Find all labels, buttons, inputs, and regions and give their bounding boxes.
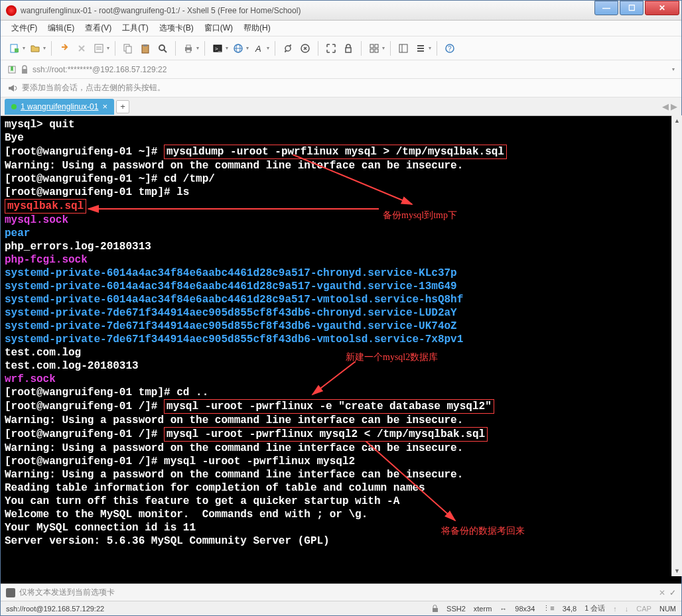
terminal-line: pear [5, 227, 677, 240]
compose-check-icon[interactable]: ✓ [669, 588, 676, 597]
titlebar[interactable]: wangruifenglinux-01 - root@wangruifeng-0… [1, 1, 681, 21]
minimize-button[interactable]: — [594, 1, 618, 15]
font-icon[interactable]: A [251, 41, 266, 56]
disconnect-icon[interactable] [74, 41, 89, 56]
terminal-line: Welcome to the MySQL monitor. Commands e… [5, 508, 677, 521]
address-dropdown-icon[interactable]: ▾ [672, 66, 675, 72]
transfer-icon[interactable] [298, 41, 312, 56]
menu-help[interactable]: 帮助(H) [238, 21, 276, 36]
terminal-line: mysql.sock [5, 214, 677, 227]
svg-line-10 [164, 50, 167, 52]
dropdown-icon[interactable]: ▾ [23, 45, 25, 51]
print-icon[interactable] [181, 41, 196, 56]
statusbar: ssh://root@192.168.57.129:22 SSH2 xterm … [1, 601, 681, 615]
reconnect-icon[interactable] [57, 41, 72, 56]
maximize-button[interactable]: ☐ [620, 1, 644, 15]
terminal-line: Reading table information for completion… [5, 481, 677, 495]
terminal-line: Bye [5, 131, 677, 145]
svg-text:A: A [255, 44, 261, 54]
terminal-line: [root@wangruifeng-01 /]# mysql -uroot -p… [5, 427, 677, 442]
terminal-line: [root@wangruifeng-01 ~]# cd /tmp/ [5, 172, 677, 186]
status-pos-icon: ⋮≡ [543, 604, 554, 613]
list-icon[interactable] [413, 41, 428, 56]
properties-icon[interactable] [92, 41, 106, 56]
terminal-line: Warning: Using a password on the command… [5, 468, 677, 481]
terminal-line: [root@wangruifeng-01 /]# mysql -uroot -p… [5, 399, 677, 414]
menu-tools[interactable]: 工具(T) [117, 21, 153, 36]
dropdown-icon[interactable]: ▾ [246, 45, 249, 51]
open-icon[interactable] [28, 41, 42, 56]
status-up-icon[interactable]: ↑ [613, 605, 617, 613]
terminal-line: test.com.log [5, 346, 677, 359]
scroll-down-icon[interactable]: ▼ [672, 566, 682, 576]
lock-toolbar-icon[interactable] [341, 41, 356, 56]
compose-hint: 仅将文本发送到当前选项卡 [19, 587, 115, 598]
terminal-line: Warning: Using a password on the command… [5, 442, 677, 455]
terminal-icon[interactable]: >_ [210, 41, 225, 56]
svg-rect-2 [95, 44, 103, 52]
svg-rect-22 [370, 44, 374, 48]
dropdown-icon[interactable]: ▾ [429, 45, 431, 51]
status-pos: 34,8 [563, 605, 577, 613]
dropdown-icon[interactable]: ▾ [43, 45, 46, 51]
copy-icon[interactable] [121, 41, 135, 56]
svg-rect-21 [346, 48, 351, 52]
add-tab-button[interactable]: + [116, 100, 129, 113]
svg-rect-23 [375, 44, 378, 48]
terminal-scrollbar[interactable]: ▲ ▼ [671, 115, 682, 576]
terminal-line: You can turn off this feature to get a q… [5, 495, 677, 508]
terminal-line: php_errors.log-20180313 [5, 240, 677, 253]
search-icon[interactable] [155, 41, 170, 56]
svg-rect-6 [126, 46, 131, 53]
addressbar: ssh://root:********@192.168.57.129:22 ▾ [1, 60, 681, 79]
terminal-line: php-fcgi.sock [5, 253, 677, 267]
svg-text:?: ? [448, 45, 452, 52]
status-cap: CAP [636, 605, 651, 613]
paste-icon[interactable] [138, 41, 153, 56]
menubar: 文件(F) 编辑(E) 查看(V) 工具(T) 选项卡(B) 窗口(W) 帮助(… [1, 21, 681, 36]
terminal-line: [root@wangruifeng-01 ~]# mysqldump -uroo… [5, 145, 677, 159]
svg-rect-39 [433, 608, 438, 612]
terminal-line: Warning: Using a password on the command… [5, 159, 677, 172]
compose-clear-icon[interactable]: ✕ [659, 588, 665, 597]
globe-icon[interactable] [231, 41, 245, 56]
address-text[interactable]: ssh://root:********@192.168.57.129:22 [33, 65, 670, 74]
status-size: 98x34 [515, 605, 535, 613]
dropdown-icon[interactable]: ▾ [226, 45, 228, 51]
menu-window[interactable]: 窗口(W) [199, 21, 238, 36]
tab-close-icon[interactable]: × [102, 101, 107, 111]
sync-icon[interactable] [281, 41, 295, 56]
svg-text:>_: >_ [215, 46, 222, 52]
tab-prev-icon[interactable]: ◀ [662, 101, 669, 111]
compose-input[interactable] [119, 587, 655, 599]
menu-edit[interactable]: 编辑(E) [42, 21, 80, 36]
session-tab[interactable]: 1 wangruifenglinux-01 × [5, 99, 114, 115]
new-session-icon[interactable] [7, 41, 22, 56]
terminal-line: Server version: 5.6.36 MySQL Community S… [5, 534, 677, 548]
menu-tabs[interactable]: 选项卡(B) [154, 21, 199, 36]
terminal[interactable]: mysql> quit Bye [root@wangruifeng-01 ~]#… [1, 116, 681, 584]
close-button[interactable]: ✕ [645, 1, 679, 15]
status-lock-icon [432, 605, 439, 613]
scroll-up-icon[interactable]: ▲ [672, 115, 682, 126]
tab-next-icon[interactable]: ▶ [671, 101, 677, 111]
layout-icon[interactable] [396, 41, 411, 56]
compose-icon[interactable] [6, 588, 15, 597]
terminal-line: test.com.log-20180313 [5, 359, 677, 373]
status-down-icon[interactable]: ↓ [625, 605, 629, 613]
dropdown-icon[interactable]: ▾ [196, 45, 199, 51]
bookmark-icon[interactable] [7, 65, 17, 74]
tabstrip: 1 wangruifenglinux-01 × + ◀ ▶ [1, 97, 681, 116]
menu-view[interactable]: 查看(V) [80, 21, 117, 36]
menu-file[interactable]: 文件(F) [6, 21, 42, 36]
lock-icon [21, 65, 29, 74]
toolbar: ▾ ▾ ▾ ▾ >_▾ ▾ A▾ ▾ ▾ ? [1, 36, 681, 60]
dropdown-icon[interactable]: ▾ [382, 45, 385, 51]
status-dot-icon [11, 104, 17, 109]
dropdown-icon[interactable]: ▾ [267, 45, 269, 51]
tile-icon[interactable] [367, 41, 381, 56]
fullscreen-icon[interactable] [324, 41, 338, 56]
terminal-line: [root@wangruifeng-01 tmp]# ls [5, 186, 677, 199]
dropdown-icon[interactable]: ▾ [107, 45, 109, 51]
help-icon[interactable]: ? [443, 41, 457, 56]
